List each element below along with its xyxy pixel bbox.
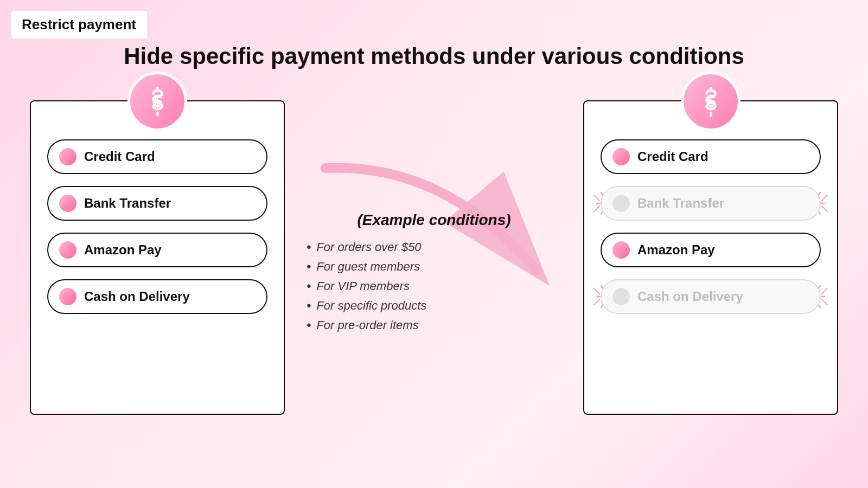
right-payment-card: $ Credit Card xyxy=(583,100,838,415)
svg-line-16 xyxy=(594,299,599,305)
right-bank-transfer-dot xyxy=(612,195,630,212)
left-credit-card-label: Credit Card xyxy=(84,149,155,164)
left-payment-card: $ Credit Card Bank Transfer Amazon Pay C… xyxy=(30,100,285,415)
left-credit-card-dot xyxy=(59,148,76,165)
main-heading: Hide specific payment methods under vari… xyxy=(0,43,868,69)
conditions-list: For orders over $50 For guest members Fo… xyxy=(307,240,561,333)
svg-line-11 xyxy=(822,206,827,211)
right-dollar-icon: $ xyxy=(681,72,741,131)
left-amazon-pay-dot xyxy=(59,241,76,259)
condition-item-3: For VIP members xyxy=(307,279,561,294)
svg-line-20 xyxy=(822,288,827,294)
left-cash-delivery-item[interactable]: Cash on Delivery xyxy=(47,279,267,314)
left-bank-transfer-label: Bank Transfer xyxy=(84,196,171,211)
left-cash-delivery-label: Cash on Delivery xyxy=(84,289,190,304)
conditions-box: (Example conditions) For orders over $50… xyxy=(307,211,561,337)
left-payment-items: Credit Card Bank Transfer Amazon Pay Cas… xyxy=(31,101,284,325)
svg-line-21 xyxy=(822,299,827,305)
right-amazon-pay-item[interactable]: Amazon Pay xyxy=(601,233,821,267)
right-credit-card-dot xyxy=(612,148,630,165)
condition-item-4: For specific products xyxy=(307,298,561,313)
right-bank-transfer-item: Bank Transfer xyxy=(601,186,821,221)
left-cash-delivery-dot xyxy=(59,288,76,305)
left-bank-transfer-dot xyxy=(59,195,76,212)
svg-text:$: $ xyxy=(152,91,162,110)
svg-line-6 xyxy=(594,206,599,211)
right-bank-transfer-label: Bank Transfer xyxy=(637,196,724,211)
left-amazon-pay-label: Amazon Pay xyxy=(84,242,162,258)
condition-item-5: For pre-order items xyxy=(307,318,561,333)
left-dollar-icon: $ xyxy=(127,72,187,131)
condition-item-1: For orders over $50 xyxy=(307,240,561,255)
dollar-sign-icon-left: $ xyxy=(143,87,173,117)
dollar-sign-icon-right: $ xyxy=(696,87,726,117)
right-bank-transfer-wrapper: Bank Transfer xyxy=(601,186,821,221)
right-amazon-pay-label: Amazon Pay xyxy=(637,242,715,258)
svg-line-15 xyxy=(594,288,599,294)
svg-line-10 xyxy=(822,195,827,201)
svg-line-5 xyxy=(594,195,599,201)
right-cash-delivery-dot xyxy=(612,288,630,305)
right-amazon-pay-dot xyxy=(612,241,630,259)
conditions-title: (Example conditions) xyxy=(307,211,561,229)
title-text: Restrict payment xyxy=(22,16,136,33)
right-credit-card-label: Credit Card xyxy=(637,149,709,164)
right-cash-delivery-wrapper: Cash on Delivery xyxy=(601,279,821,314)
left-bank-transfer-item[interactable]: Bank Transfer xyxy=(47,186,267,221)
left-amazon-pay-item[interactable]: Amazon Pay xyxy=(47,233,267,267)
condition-item-2: For guest members xyxy=(307,259,561,274)
right-cash-delivery-item: Cash on Delivery xyxy=(601,279,821,314)
right-cash-delivery-label: Cash on Delivery xyxy=(637,289,743,304)
right-payment-items: Credit Card Bank Transfer xyxy=(584,101,837,325)
svg-text:$: $ xyxy=(706,91,716,110)
right-credit-card-item[interactable]: Credit Card xyxy=(601,139,821,174)
title-bar: Restrict payment xyxy=(11,11,147,38)
left-credit-card-item[interactable]: Credit Card xyxy=(47,139,267,174)
